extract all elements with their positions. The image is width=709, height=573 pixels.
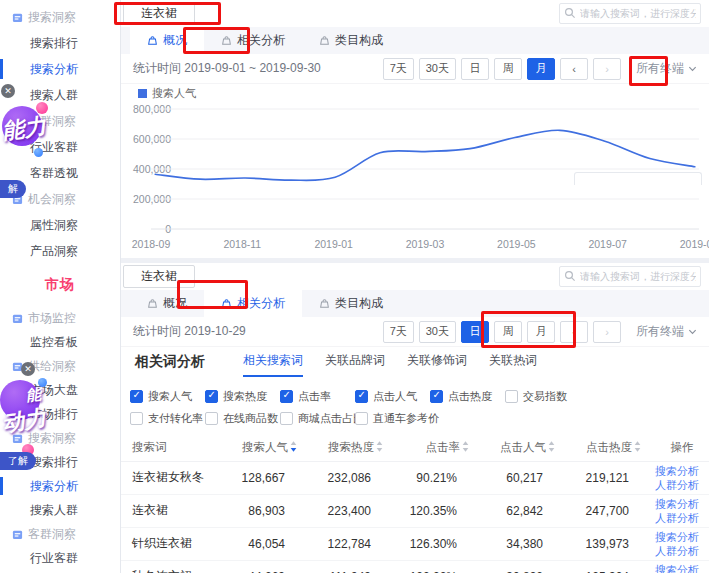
sidebar-item-label: 搜索人群 [30,503,78,517]
promo-badge[interactable]: 了解 [0,452,36,470]
tab-类目构成[interactable]: 类目构成 [302,290,400,317]
promo-badge[interactable]: 解 [0,180,26,198]
tab-概况[interactable]: 概况 [130,27,204,54]
search-input[interactable] [559,266,701,287]
checkbox-icon[interactable] [355,412,368,425]
metric-checkbox-item[interactable]: 交易指数 [505,389,580,404]
sidebar-item[interactable]: 搜索人群 [0,82,120,108]
action-link-搜索分析[interactable]: 搜索分析 [655,563,709,573]
sidebar-item[interactable]: 行业客群 [0,134,120,160]
sidebar-item[interactable]: 属性洞察 [0,212,120,238]
x-tick-label: 2019-01 [314,238,353,250]
metric-label: 在线商品数 [223,411,278,426]
sidebar-item[interactable]: 搜索分析 [0,56,120,82]
checkbox-icon[interactable] [130,390,143,403]
column-header-点击热度[interactable]: 点击热度 [569,435,655,461]
chart-legend: 搜索人气 [138,86,196,101]
metric-checkbox-item[interactable]: 在线商品数 [205,411,280,426]
action-link-搜索分析[interactable]: 搜索分析 [655,530,709,544]
column-label: 搜索人气 [242,441,288,453]
metric-checkbox-item[interactable]: 直通车参考价 [355,411,430,426]
sidebar-item[interactable]: 产品洞察 [0,238,120,264]
terminal-dropdown[interactable]: 所有终端 [636,60,697,77]
checkbox-icon[interactable] [280,412,293,425]
search-input[interactable] [559,3,701,24]
sort-icon[interactable] [376,441,383,454]
range-button[interactable]: 月 [527,321,555,343]
sidebar-item-label: 监控看板 [30,335,78,349]
sub-tab-关联修饰词[interactable]: 关联修饰词 [407,347,467,377]
sort-icon[interactable] [548,441,555,454]
metric-checkbox-item[interactable]: 搜索热度 [205,389,280,404]
column-header-点击人气[interactable]: 点击人气 [483,435,569,461]
metric-checkbox-item[interactable]: 点击热度 [430,389,505,404]
action-link-人群分析[interactable]: 人群分析 [655,544,709,558]
range-button[interactable]: 周 [494,58,522,80]
column-header-搜索人气[interactable]: 搜索人气 [225,435,311,461]
terminal-dropdown[interactable]: 所有终端 [636,323,697,340]
action-link-人群分析[interactable]: 人群分析 [655,478,709,492]
keyword-tag[interactable]: 连衣裙 [123,265,195,288]
sidebar-item-group[interactable]: 客群洞察 [0,108,120,134]
sub-tab-关联热词[interactable]: 关联热词 [489,347,537,377]
range-button[interactable]: 周 [494,321,522,343]
checkbox-icon[interactable] [505,390,518,403]
sidebar-item[interactable]: 搜索分析 [0,474,120,498]
action-link-人群分析[interactable]: 人群分析 [655,511,709,525]
sidebar-item[interactable]: 市场大盘 [0,378,120,402]
checkbox-icon[interactable] [280,390,293,403]
range-button[interactable]: 日 [461,321,489,343]
stats-row: 统计时间 2019-09-01 ~ 2019-09-30 7天30天日周月‹›所… [121,54,709,84]
sidebar-item-label: 市场大盘 [30,383,78,397]
sidebar-item[interactable]: 搜索人群 [0,498,120,522]
checkbox-icon[interactable] [205,390,218,403]
action-link-搜索分析[interactable]: 搜索分析 [655,497,709,511]
tab-概况[interactable]: 概况 [130,290,204,317]
sidebar-item-group[interactable]: 供给洞察 [0,354,120,378]
sidebar-item-group[interactable]: 搜索洞察 [0,426,120,450]
prev-page-button[interactable]: ‹ [560,321,588,343]
metric-checkbox-item[interactable]: 支付转化率 [130,411,205,426]
column-label: 搜索热度 [328,441,374,453]
checkbox-icon[interactable] [355,390,368,403]
sidebar-item-group[interactable]: 市场监控 [0,306,120,330]
checkbox-icon[interactable] [205,412,218,425]
screen: 搜索洞察搜索排行搜索分析搜索人群客群洞察行业客群客群透视机会洞察属性洞察产品洞察… [0,0,709,573]
range-button[interactable]: 30天 [419,321,456,343]
cell-value: 62,842 [483,494,569,527]
range-button[interactable]: 7天 [383,321,414,343]
tab-相关分析[interactable]: 相关分析 [204,27,302,54]
keyword-tag[interactable]: 连衣裙 [123,2,195,25]
metric-checkbox-item[interactable]: 搜索人气 [130,389,205,404]
metric-checkbox-item[interactable]: 点击人气 [355,389,430,404]
metric-checkbox-item[interactable]: 商城点击占比 [280,411,355,426]
range-button[interactable]: 7天 [383,58,414,80]
checkbox-icon[interactable] [430,390,443,403]
range-button[interactable]: 日 [461,58,489,80]
sidebar-item[interactable]: 搜索排行 [0,30,120,56]
action-link-搜索分析[interactable]: 搜索分析 [655,464,709,478]
sidebar-item[interactable]: 行业客群 [0,546,120,570]
sidebar-item[interactable]: 监控看板 [0,330,120,354]
sub-tab-相关搜索词[interactable]: 相关搜索词 [243,347,303,377]
sidebar-item-group[interactable]: 搜索洞察 [0,4,120,30]
prev-page-button[interactable]: ‹ [560,58,588,80]
tab-类目构成[interactable]: 类目构成 [302,27,400,54]
sidebar-item-label: 市场监控 [28,306,76,330]
tab-相关分析[interactable]: 相关分析 [204,290,302,317]
range-button[interactable]: 30天 [419,58,456,80]
column-header-搜索热度[interactable]: 搜索热度 [311,435,397,461]
close-icon[interactable]: ✕ [1,84,15,98]
close-icon[interactable]: ✕ [21,362,35,376]
checkbox-icon[interactable] [130,412,143,425]
sort-icon[interactable] [462,441,469,454]
sidebar-item-group[interactable]: 客群洞察 [0,522,120,546]
metric-checkbox-item[interactable]: 点击率 [280,389,355,404]
sort-icon[interactable] [634,441,641,454]
sub-tab-关联品牌词[interactable]: 关联品牌词 [325,347,385,377]
cell-value: 126.30% [397,527,483,560]
column-header-点击率[interactable]: 点击率 [397,435,483,461]
sort-icon[interactable] [290,441,297,454]
range-button[interactable]: 月 [527,58,555,80]
sidebar-item[interactable]: 市场排行 [0,402,120,426]
